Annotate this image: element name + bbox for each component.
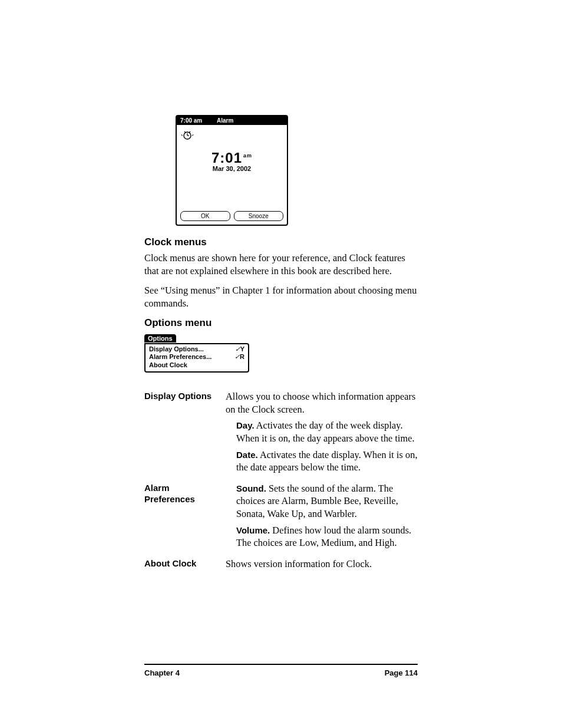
- svg-line-3: [184, 131, 186, 133]
- display-options-intro: Allows you to choose which information a…: [226, 390, 418, 416]
- snooze-button[interactable]: Snooze: [234, 211, 284, 221]
- alarm-top-time: 7:00 am: [180, 117, 217, 124]
- date-label: Date.: [236, 450, 258, 460]
- heading-options-menu: Options menu: [144, 317, 418, 329]
- sound-label: Sound.: [236, 483, 266, 493]
- display-options-date: Date. Activates the date display. When i…: [226, 449, 418, 474]
- options-menu-box: Display Options... ✓Y Alarm Preferences.…: [144, 343, 249, 373]
- display-options-day: Day. Activates the day of the week displ…: [226, 419, 418, 444]
- alarm-top-title: Alarm: [217, 117, 233, 124]
- svg-line-4: [189, 131, 190, 133]
- alarm-date: Mar 30, 2002: [177, 165, 287, 172]
- day-text: Activates the day of the week display. W…: [236, 420, 415, 444]
- desc-about-clock: Shows version information for Clock.: [226, 558, 418, 571]
- options-menu-tab: Options: [144, 334, 176, 342]
- options-menu-item-display[interactable]: Display Options... ✓Y: [148, 345, 246, 354]
- alarm-screenshot: 7:00 am Alarm 7:01am Mar 30, 2002: [176, 115, 288, 226]
- desc-display-options: Allows you to choose which information a…: [226, 390, 418, 474]
- alarm-body: 7:01am Mar 30, 2002: [177, 125, 287, 207]
- alarm-clock-icon: [180, 130, 194, 140]
- menu-item-label: Display Options...: [149, 345, 204, 354]
- menu-item-shortcut: ✓R: [234, 353, 244, 361]
- options-menu-item-alarm-prefs[interactable]: Alarm Preferences... ✓R: [148, 353, 246, 361]
- definition-list: Display Options Allows you to choose whi…: [144, 390, 418, 571]
- footer-chapter: Chapter 4: [144, 668, 180, 677]
- alarm-big-time: 7:01am: [177, 150, 287, 166]
- term-alarm-preferences: Alarm Preferences: [144, 482, 220, 549]
- options-menu-figure: Options Display Options... ✓Y Alarm Pref…: [144, 332, 418, 373]
- options-menu-item-about[interactable]: About Clock: [148, 361, 246, 370]
- page-footer: Chapter 4 Page 114: [144, 664, 418, 677]
- paragraph-intro: Clock menus are shown here for your refe…: [144, 252, 418, 277]
- paragraph-see-also: See “Using menus” in Chapter 1 for infor…: [144, 284, 418, 309]
- term-about-clock: About Clock: [144, 558, 220, 571]
- alarm-button-row: OK Snooze: [177, 207, 287, 225]
- alarm-prefs-sound: Sound. Sets the sound of the alarm. The …: [226, 482, 418, 521]
- alarm-prefs-volume: Volume. Defines how loud the alarm sound…: [226, 524, 418, 549]
- menu-item-label: About Clock: [149, 361, 187, 370]
- heading-clock-menus: Clock menus: [144, 236, 418, 248]
- date-text: Activates the date display. When it is o…: [236, 449, 418, 473]
- alarm-time-value: 7:01: [211, 150, 242, 166]
- menu-item-label: Alarm Preferences...: [149, 353, 211, 361]
- ok-button[interactable]: OK: [180, 211, 230, 221]
- alarm-ampm: am: [243, 153, 252, 159]
- desc-alarm-preferences: Sound. Sets the sound of the alarm. The …: [226, 482, 418, 549]
- footer-page: Page 114: [385, 668, 418, 677]
- day-label: Day.: [236, 420, 254, 430]
- document-page: 7:00 am Alarm 7:01am Mar 30, 2002: [0, 0, 562, 728]
- term-display-options: Display Options: [144, 390, 220, 474]
- menu-item-shortcut: ✓Y: [235, 345, 244, 354]
- alarm-titlebar: 7:00 am Alarm: [177, 116, 287, 125]
- volume-label: Volume.: [236, 525, 270, 535]
